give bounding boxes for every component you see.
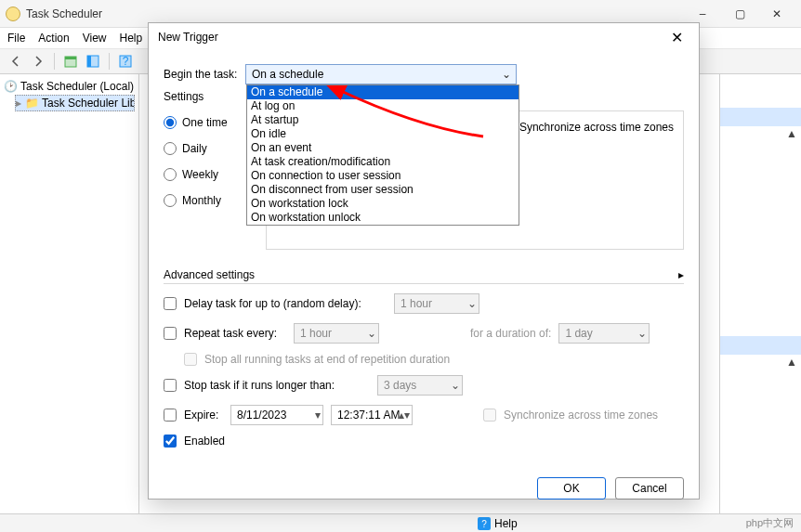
maximize-button[interactable]: ▢ (721, 1, 758, 27)
dialog-footer: OK Cancel (149, 468, 699, 509)
duration-value-select[interactable]: 1 day⌄ (558, 323, 650, 344)
ok-button[interactable]: OK (537, 477, 606, 500)
dropdown-item[interactable]: On a schedule (247, 85, 519, 99)
clock-icon: 🕑 (4, 80, 17, 93)
toolbar-panel-icon[interactable] (83, 51, 103, 71)
close-button[interactable]: ✕ (758, 1, 795, 27)
expire-sync-checkbox (483, 409, 496, 422)
stop-longer-label: Stop task if it runs longer than: (184, 379, 370, 392)
advanced-settings-label: Advanced settings (164, 268, 255, 281)
tree-root[interactable]: 🕑 Task Scheduler (Local) (4, 78, 135, 95)
expire-time-value: 12:37:11 AM (337, 409, 400, 422)
dropdown-item[interactable]: On connection to user session (247, 169, 519, 183)
begin-task-label: Begin the task: (164, 68, 245, 81)
repeat-value-select[interactable]: 1 hour⌄ (294, 323, 379, 344)
help-label[interactable]: Help (494, 517, 518, 530)
expire-sync-label: Synchronize across time zones (504, 409, 658, 422)
stop-all-checkbox (184, 353, 197, 366)
watermark: php中文网 (746, 516, 794, 530)
freq-daily-label: Daily (182, 142, 207, 155)
freq-one-time-radio[interactable] (164, 116, 177, 129)
dialog-titlebar: New Trigger ✕ (149, 23, 699, 51)
toolbar-separator (54, 53, 55, 70)
begin-task-combo-value: On a schedule (252, 68, 323, 81)
dropdown-item[interactable]: At task creation/modification (247, 155, 519, 169)
chevron-down-icon: ⌄ (467, 297, 477, 310)
begin-task-combo[interactable]: On a schedule ⌄ (245, 64, 517, 84)
enabled-checkbox[interactable] (164, 435, 177, 448)
toolbar-calendar-icon[interactable] (60, 51, 81, 71)
repeat-label: Repeat task every: (184, 327, 286, 340)
window-title: Task Scheduler (26, 7, 684, 20)
chevron-down-icon: ⌄ (367, 327, 376, 340)
back-button[interactable] (6, 51, 26, 71)
folder-icon: 📁 (25, 97, 38, 110)
app-icon (6, 6, 20, 21)
freq-monthly-label: Monthly (182, 194, 221, 207)
sync-timezones-label: Synchronize across time zones (519, 121, 674, 134)
repeat-value: 1 hour (300, 327, 332, 340)
action-header (720, 336, 801, 355)
dropdown-item[interactable]: On disconnect from user session (247, 183, 519, 197)
stop-longer-checkbox[interactable] (164, 379, 177, 392)
chevron-down-icon: ⌄ (637, 327, 647, 340)
toolbar-help-icon[interactable]: ? (115, 51, 136, 71)
expire-time-picker[interactable]: 12:37:11 AM▴▾ (331, 405, 413, 425)
dropdown-item[interactable]: On an event (247, 141, 519, 155)
stop-longer-value-select[interactable]: 3 days⌄ (377, 375, 463, 396)
stop-longer-value: 3 days (384, 379, 416, 392)
chevron-right-icon: ▶ (16, 99, 21, 108)
chevron-down-icon: ⌄ (451, 379, 460, 392)
freq-daily-radio[interactable] (164, 142, 177, 155)
expire-date-picker[interactable]: 8/11/2023▾ (230, 405, 323, 425)
freq-weekly-label: Weekly (182, 168, 218, 181)
menu-file[interactable]: File (7, 32, 25, 45)
menu-action[interactable]: Action (38, 32, 69, 45)
duration-label: for a duration of: (470, 327, 551, 340)
svg-rect-3 (87, 56, 91, 67)
enabled-label: Enabled (184, 435, 225, 448)
statusbar: ? Help (0, 513, 801, 532)
begin-task-dropdown[interactable]: On a schedule At log on At startup On id… (246, 84, 519, 226)
delay-checkbox[interactable] (164, 297, 177, 310)
delay-label: Delay task for up to (random delay): (184, 297, 387, 310)
calendar-dropdown-icon: ▾ (315, 409, 321, 422)
chevron-down-icon: ⌄ (499, 67, 514, 82)
dropdown-item[interactable]: At log on (247, 99, 519, 113)
dropdown-item[interactable]: On workstation lock (247, 197, 519, 211)
expire-checkbox[interactable] (164, 409, 177, 422)
tree-library-label: Task Scheduler Library (42, 97, 134, 110)
stop-all-label: Stop all running tasks at end of repetit… (204, 353, 450, 366)
settings-label: Settings (164, 90, 245, 103)
expire-date-value: 8/11/2023 (237, 409, 286, 422)
sync-timezones[interactable]: Synchronize across time zones (501, 121, 674, 134)
new-trigger-dialog: New Trigger ✕ Begin the task: On a sched… (148, 22, 700, 500)
repeat-checkbox[interactable] (164, 327, 177, 340)
collapse-arrow-icon[interactable]: ▲ (720, 355, 801, 370)
cancel-button[interactable]: Cancel (615, 477, 684, 500)
tree-panel: 🕑 Task Scheduler (Local) ▶ 📁 Task Schedu… (0, 74, 139, 513)
expire-label: Expire: (184, 409, 223, 422)
toolbar-separator (109, 53, 110, 70)
help-icon: ? (478, 517, 491, 530)
dropdown-item[interactable]: On workstation unlock (247, 211, 519, 225)
dialog-close-button[interactable]: ✕ (663, 24, 689, 50)
tree-library[interactable]: ▶ 📁 Task Scheduler Library (15, 95, 135, 111)
delay-value-select[interactable]: 1 hour⌄ (394, 293, 479, 314)
duration-value: 1 day (565, 327, 592, 340)
collapse-arrow-icon[interactable]: ▲ (720, 126, 801, 141)
spinner-icon: ▴▾ (399, 409, 410, 422)
freq-monthly-radio[interactable] (164, 194, 177, 207)
advanced-settings-header: Advanced settings ▸ (164, 268, 684, 284)
tree-root-label: Task Scheduler (Local) (20, 80, 134, 93)
freq-one-time-label: One time (182, 116, 228, 129)
action-header (720, 108, 801, 126)
menu-view[interactable]: View (83, 32, 107, 45)
menu-help[interactable]: Help (120, 32, 143, 45)
advanced-expand-icon[interactable]: ▸ (678, 268, 684, 281)
dropdown-item[interactable]: On idle (247, 127, 519, 141)
forward-button[interactable] (28, 51, 48, 71)
dropdown-item[interactable]: At startup (247, 113, 519, 127)
svg-rect-1 (65, 57, 76, 59)
freq-weekly-radio[interactable] (164, 168, 177, 181)
